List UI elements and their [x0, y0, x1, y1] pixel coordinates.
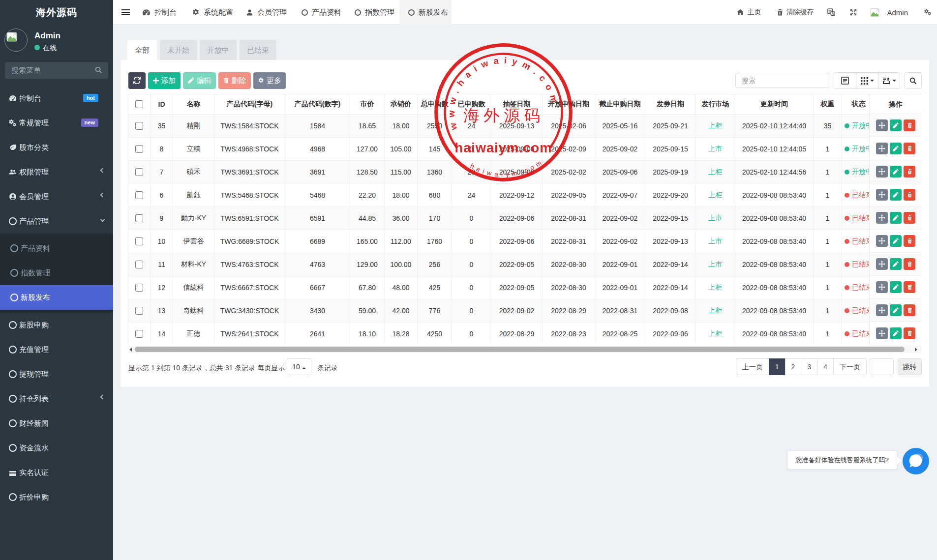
svg-text:haiwaiym.com: haiwaiym.com [455, 140, 552, 155]
svg-text:海外源码: 海外源码 [463, 107, 544, 124]
svg-text:A: A [832, 12, 834, 16]
